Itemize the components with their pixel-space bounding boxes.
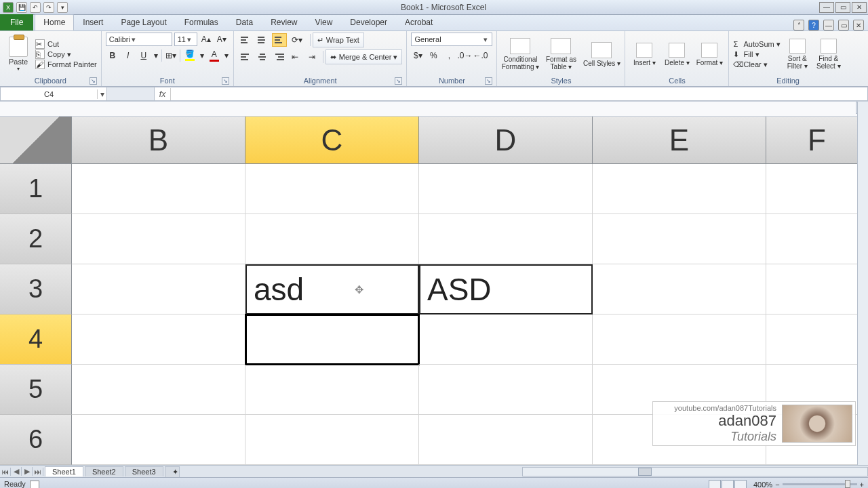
cell-F1[interactable] (766, 164, 868, 214)
accounting-format-button[interactable]: $▾ (411, 49, 425, 62)
fill-button[interactable]: ⬇Fill ▾ (733, 50, 780, 59)
col-header-D[interactable]: D (419, 117, 593, 164)
copy-button[interactable]: ⎘Copy ▾ (35, 49, 97, 59)
cell-F3[interactable] (766, 264, 868, 314)
sheet-tab-3[interactable]: Sheet3 (125, 466, 163, 476)
tab-acrobat[interactable]: Acrobat (396, 14, 441, 30)
find-select-button[interactable]: Find & Select ▾ (814, 39, 843, 70)
alignment-launcher[interactable]: ↘ (395, 77, 402, 85)
wrap-text-button[interactable]: ↵Wrap Text (313, 33, 364, 47)
sheet-tab-1[interactable]: Sheet1 (45, 466, 83, 476)
tab-page-layout[interactable]: Page Layout (112, 14, 175, 30)
number-launcher[interactable]: ↘ (485, 77, 492, 85)
clear-button[interactable]: ⌫Clear ▾ (733, 60, 780, 69)
cell-styles-button[interactable]: Cell Styles ▾ (583, 42, 620, 67)
cell-D2[interactable] (419, 214, 593, 264)
horizontal-scrollbar[interactable] (522, 467, 868, 476)
percent-button[interactable]: % (427, 49, 440, 62)
fill-color-button[interactable]: 🪣 (182, 49, 197, 62)
increase-indent-button[interactable]: ⇥ (306, 50, 321, 64)
close-button[interactable]: ✕ (852, 2, 867, 13)
cell-E2[interactable] (593, 214, 766, 264)
cell-C3[interactable]: asd✥ (245, 264, 419, 314)
row-header-3[interactable]: 3 (0, 264, 72, 314)
fx-button[interactable]: fx (155, 88, 171, 100)
tab-data[interactable]: Data (227, 14, 262, 30)
cell-D1[interactable] (419, 164, 593, 214)
row-header-4[interactable]: 4 (0, 314, 72, 365)
cell-E1[interactable] (593, 164, 766, 214)
cell-B6[interactable] (72, 415, 245, 465)
cell-E3[interactable] (593, 264, 766, 314)
cell-C2[interactable] (245, 214, 419, 264)
redo-icon[interactable]: ↷ (43, 2, 54, 13)
vertical-scrollbar[interactable] (857, 102, 868, 465)
decrease-decimal-button[interactable]: ←.0 (473, 49, 487, 62)
col-header-F[interactable]: F (766, 117, 868, 164)
namebox-dropdown-icon[interactable]: ▾ (97, 89, 106, 99)
grow-font-button[interactable]: A▴ (199, 33, 213, 46)
workbook-restore-icon[interactable]: ▭ (838, 20, 849, 30)
first-sheet-button[interactable]: ⏮ (0, 468, 11, 476)
cell-C4[interactable] (245, 314, 419, 365)
maximize-button[interactable]: ▭ (835, 2, 850, 13)
row-header-5[interactable]: 5 (0, 365, 72, 415)
tab-insert[interactable]: Insert (74, 14, 112, 30)
align-left-button[interactable] (238, 50, 253, 64)
borders-button[interactable]: ⊞▾ (164, 49, 178, 62)
col-header-B[interactable]: B (72, 117, 245, 164)
save-icon[interactable]: 💾 (16, 2, 27, 13)
select-all-corner[interactable] (0, 117, 72, 164)
format-cells-button[interactable]: Format ▾ (694, 43, 724, 66)
minimize-ribbon-icon[interactable]: ˄ (793, 20, 804, 30)
align-middle-button[interactable] (255, 33, 270, 47)
tab-formulas[interactable]: Formulas (176, 14, 227, 30)
undo-icon[interactable]: ↶ (30, 2, 41, 13)
insert-cells-button[interactable]: Insert ▾ (629, 43, 659, 66)
excel-icon[interactable]: X (3, 2, 14, 13)
cell-C6[interactable] (245, 415, 419, 465)
sort-filter-button[interactable]: Sort & Filter ▾ (783, 39, 812, 70)
delete-cells-button[interactable]: Delete ▾ (662, 43, 692, 66)
cell-D6[interactable] (419, 415, 593, 465)
col-header-C[interactable]: C (245, 117, 419, 164)
zoom-out-button[interactable]: − (775, 481, 779, 489)
cell-B4[interactable] (72, 314, 245, 365)
tab-home[interactable]: Home (35, 14, 74, 30)
clipboard-launcher[interactable]: ↘ (90, 77, 97, 85)
workbook-close-icon[interactable]: ✕ (853, 20, 864, 30)
paste-button[interactable]: Paste ▾ (4, 37, 33, 72)
cell-D5[interactable] (419, 365, 593, 415)
number-format-combo[interactable]: General▾ (411, 33, 492, 46)
bold-button[interactable]: B (106, 49, 119, 62)
align-center-button[interactable] (255, 50, 270, 64)
tab-file[interactable]: File (0, 14, 33, 30)
workbook-minimize-icon[interactable]: — (823, 20, 834, 30)
cut-button[interactable]: ✂Cut (35, 39, 97, 49)
row-header-6[interactable]: 6 (0, 415, 72, 465)
merge-center-button[interactable]: ⬌Merge & Center ▾ (326, 49, 403, 64)
font-size-combo[interactable]: 11▾ (174, 33, 197, 46)
tab-developer[interactable]: Developer (341, 14, 396, 30)
tab-review[interactable]: Review (262, 14, 306, 30)
cell-E4[interactable] (593, 314, 766, 365)
normal-view-button[interactable] (709, 480, 721, 489)
col-header-E[interactable]: E (593, 117, 766, 164)
shrink-font-button[interactable]: A▾ (215, 33, 229, 46)
prev-sheet-button[interactable]: ◀ (11, 467, 22, 476)
next-sheet-button[interactable]: ▶ (22, 467, 33, 476)
sheet-tab-2[interactable]: Sheet2 (85, 466, 123, 476)
comma-button[interactable]: , (442, 49, 456, 62)
zoom-in-button[interactable]: + (860, 481, 864, 489)
cell-C1[interactable] (245, 164, 419, 214)
italic-button[interactable]: I (121, 49, 135, 62)
format-painter-button[interactable]: 🖌Format Painter (35, 60, 97, 69)
qat-customize-icon[interactable]: ▾ (57, 2, 68, 13)
zoom-slider[interactable] (783, 483, 857, 485)
increase-decimal-button[interactable]: .0→ (458, 49, 471, 62)
format-as-table-button[interactable]: Format as Table ▾ (542, 38, 580, 70)
align-right-button[interactable] (272, 50, 287, 64)
last-sheet-button[interactable]: ⏭ (33, 468, 43, 476)
macro-record-icon[interactable] (30, 481, 39, 488)
cell-B3[interactable] (72, 264, 245, 314)
